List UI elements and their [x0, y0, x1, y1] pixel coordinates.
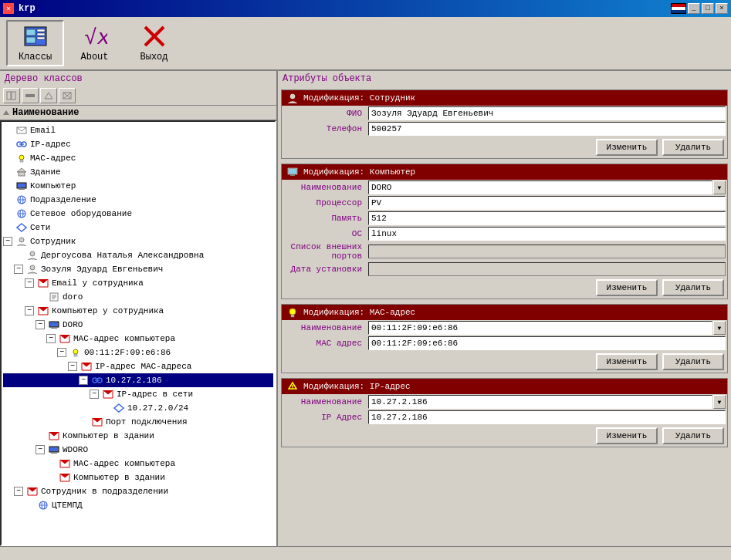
tree-item[interactable]: −Email у сотрудника — [3, 276, 273, 290]
attr-text-input[interactable] — [368, 122, 726, 136]
tree-item[interactable]: Здание — [3, 165, 273, 179]
tree-item[interactable]: −00:11:2F:09:e6:86 — [3, 346, 273, 359]
tree-expand-btn[interactable] — [3, 88, 20, 103]
tree-item[interactable]: Дергоусова Наталья Александровна — [3, 248, 273, 262]
svg-rect-80 — [290, 174, 295, 176]
attr-field-row: Память — [282, 211, 727, 226]
tree-item[interactable]: Компьютер в здании — [3, 471, 273, 484]
svg-rect-47 — [50, 322, 58, 326]
edit-button[interactable]: Изменить — [596, 353, 658, 370]
edit-button[interactable]: Изменить — [596, 139, 658, 156]
tree-item[interactable]: Компьютер в здании — [3, 429, 273, 443]
maximize-button[interactable]: □ — [702, 3, 714, 14]
tree-item[interactable]: ЦТЕМПД — [3, 498, 273, 512]
edit-button[interactable]: Изменить — [596, 427, 658, 444]
attr-block-mac: Модификация: МАС-адресНаименование▼МАС а… — [281, 304, 728, 373]
tree-item[interactable]: −IP-адрес МАС-адреса — [3, 359, 273, 373]
tree-expand-icon[interactable]: − — [3, 237, 12, 246]
svg-point-37 — [30, 265, 35, 270]
tree-expand-icon[interactable]: − — [25, 278, 34, 288]
tree-item[interactable]: IP-адрес — [3, 137, 273, 151]
tree-expand-icon[interactable]: − — [46, 334, 56, 343]
tree-delete-btn[interactable] — [59, 88, 76, 103]
tree-item[interactable]: doro — [3, 290, 273, 304]
attr-text-input[interactable] — [368, 245, 726, 258]
tree-item[interactable]: Подразделение — [3, 193, 273, 207]
tree-collapse-btn[interactable] — [22, 88, 39, 103]
toolbar-exit-button[interactable]: Выход — [125, 20, 183, 66]
minimize-button[interactable]: _ — [688, 3, 700, 14]
delete-button[interactable]: Удалить — [662, 353, 724, 370]
tree-expand-icon[interactable]: − — [79, 376, 88, 385]
tree-expand-icon[interactable]: − — [68, 362, 77, 371]
tree-item-icon — [69, 346, 82, 359]
toolbar: Классы √x About Выход — [0, 17, 731, 71]
tree-item[interactable]: MAC-адрес — [3, 151, 273, 165]
attr-text-input[interactable] — [368, 262, 726, 276]
tree-expand-icon[interactable]: − — [90, 390, 99, 399]
dropdown-arrow-icon[interactable]: ▼ — [713, 180, 726, 194]
delete-button[interactable]: Удалить — [662, 279, 724, 296]
attr-select-input[interactable] — [368, 180, 712, 194]
attr-select-input[interactable] — [368, 321, 712, 335]
delete-button[interactable]: Удалить — [662, 427, 724, 444]
tree-item-icon — [48, 430, 60, 442]
tree-item-label: Подразделение — [30, 195, 96, 204]
right-panel-content: Модификация: СотрудникФИОТелефонИзменить… — [278, 86, 731, 546]
attr-text-input[interactable] — [368, 106, 726, 120]
tree-item[interactable]: Компьютер — [3, 179, 273, 193]
tree-item[interactable]: Порт подключения — [3, 415, 273, 429]
attr-text-input[interactable] — [368, 336, 726, 350]
svg-rect-67 — [51, 452, 57, 454]
tree-container[interactable]: EmailIP-адресMAC-адресЗданиеКомпьютерПод… — [0, 120, 276, 546]
attr-text-input[interactable] — [368, 196, 726, 210]
left-panel: Дерево классов Наи — [0, 71, 278, 546]
attr-field-label: Память — [282, 213, 367, 224]
tree-item[interactable]: −DORO — [3, 318, 273, 332]
tree-item-icon — [48, 444, 60, 456]
svg-point-21 — [19, 155, 24, 160]
close-button[interactable]: × — [716, 3, 728, 14]
tree-expand-icon[interactable]: − — [14, 487, 23, 496]
attr-block-computer: Модификация: КомпьютерНаименование▼Проце… — [281, 164, 728, 299]
dropdown-arrow-icon[interactable]: ▼ — [713, 395, 726, 409]
svg-point-81 — [289, 309, 296, 315]
tree-item[interactable]: Сетевое оборудование — [3, 207, 273, 221]
tree-item[interactable]: −Сотрудник в подразделении — [3, 484, 273, 498]
dropdown-arrow-icon[interactable]: ▼ — [713, 321, 726, 335]
block-header-icon — [286, 306, 299, 319]
toolbar-classes-button[interactable]: Классы — [6, 20, 64, 66]
tree-expand-icon[interactable]: − — [36, 320, 45, 329]
tree-item[interactable]: −10.27.2.186 — [3, 373, 273, 387]
attr-select-input[interactable] — [368, 395, 712, 409]
tree-item[interactable]: Email — [3, 123, 273, 137]
tree-item[interactable]: −WDORO — [3, 443, 273, 457]
attr-field-row: Наименование▼ — [282, 394, 727, 410]
delete-button[interactable]: Удалить — [662, 139, 724, 156]
attr-text-input[interactable] — [368, 227, 726, 241]
tree-item[interactable]: −Сотрудник — [3, 234, 273, 248]
tree-item[interactable]: −Компьютер у сотрудника — [3, 304, 273, 318]
edit-button[interactable]: Изменить — [596, 279, 658, 296]
tree-expand-icon[interactable]: − — [14, 265, 23, 274]
attr-text-input[interactable] — [368, 410, 726, 424]
tree-item[interactable]: 10.27.2.0/24 — [3, 401, 273, 415]
tree-item[interactable]: −Зозуля Эдуард Евгеньевич — [3, 262, 273, 276]
attr-text-input[interactable] — [368, 211, 726, 225]
toolbar-about-button[interactable]: √x About — [66, 20, 124, 66]
tree-item[interactable]: МАС-адрес компьютера — [3, 457, 273, 471]
tree-item[interactable]: Сети — [3, 221, 273, 234]
attr-field-value-wrap: ▼ — [367, 320, 727, 336]
svg-marker-49 — [60, 335, 69, 339]
tree-new-btn[interactable] — [40, 88, 57, 103]
tree-item-icon — [15, 124, 28, 137]
tree-item[interactable]: −МАС-адрес компьютера — [3, 332, 273, 346]
tree-expand-icon[interactable]: − — [25, 306, 34, 315]
tree-item-label: Email — [30, 126, 56, 135]
attr-field-label: IP Адрес — [282, 412, 367, 423]
attr-field-value-wrap — [367, 106, 727, 121]
tree-item[interactable]: −IP-адрес в сети — [3, 387, 273, 401]
tree-expand-icon[interactable]: − — [57, 348, 66, 357]
tree-expand-icon[interactable]: − — [36, 445, 45, 454]
tree-item-icon — [15, 166, 28, 178]
